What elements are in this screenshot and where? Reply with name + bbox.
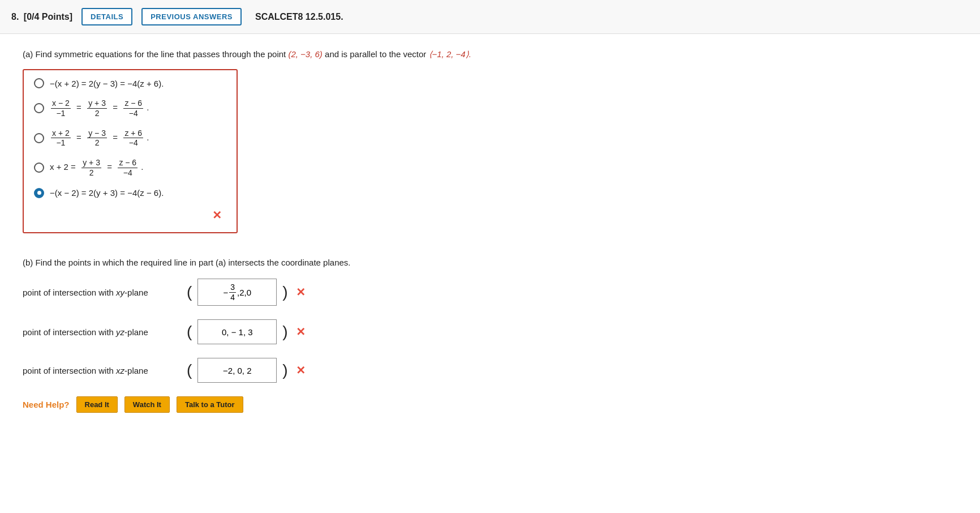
xy-plane-row: point of intersection with xy-plane ( −3… xyxy=(23,279,957,306)
question-number: 8. [0/4 Points] xyxy=(11,12,72,22)
xy-plane-label: point of intersection with xy-plane xyxy=(23,288,181,297)
need-help-label: Need Help? xyxy=(23,400,70,409)
xy-wrong-icon: ✕ xyxy=(296,285,306,299)
part-a-wrong-icon-row: ✕ xyxy=(34,208,226,222)
part-a-answer-box: −(x + 2) = 2(y − 3) = −4(z + 6). x − 2−1… xyxy=(23,69,238,233)
xy-plane-input[interactable]: −34,2,0 xyxy=(197,279,277,306)
open-paren-xz: ( xyxy=(187,362,192,378)
option-1[interactable]: −(x + 2) = 2(y − 3) = −4(z + 6). xyxy=(34,78,226,88)
question-body: (a) Find symmetric equations for the lin… xyxy=(0,34,980,430)
option-2-text: x − 2−1 = y + 32 = z − 6−4 . xyxy=(50,99,149,118)
radio-2[interactable] xyxy=(34,103,44,113)
yz-plane-row: point of intersection with yz-plane ( 0,… xyxy=(23,319,957,344)
close-paren-yz: ) xyxy=(282,324,287,340)
xz-plane-row: point of intersection with xz-plane ( −2… xyxy=(23,358,957,383)
radio-3[interactable] xyxy=(34,133,44,143)
page-container: 8. [0/4 Points] DETAILS PREVIOUS ANSWERS… xyxy=(0,0,980,513)
xz-plane-label: point of intersection with xz-plane xyxy=(23,366,181,375)
option-4-text: x + 2 = y + 32 = z − 6−4 . xyxy=(50,158,143,178)
part-a-point: (2, −3, 6) xyxy=(288,49,325,59)
open-paren-yz: ( xyxy=(187,324,192,340)
part-a: (a) Find symmetric equations for the lin… xyxy=(23,48,957,245)
yz-plane-label: point of intersection with yz-plane xyxy=(23,327,181,337)
close-paren-xz: ) xyxy=(282,362,287,378)
option-1-text: −(x + 2) = 2(y − 3) = −4(z + 6). xyxy=(50,79,164,88)
part-b: (b) Find the points in which the require… xyxy=(23,256,957,413)
question-header: 8. [0/4 Points] DETAILS PREVIOUS ANSWERS… xyxy=(0,0,980,34)
option-3-text: x + 2−1 = y − 32 = z + 6−4 . xyxy=(50,129,149,148)
watch-it-button[interactable]: Watch It xyxy=(124,396,170,413)
need-help-section: Need Help? Read It Watch It Talk to a Tu… xyxy=(23,396,957,413)
radio-4[interactable] xyxy=(34,163,44,173)
part-b-label: (b) Find the points in which the require… xyxy=(23,256,957,270)
part-a-label: (a) Find symmetric equations for the lin… xyxy=(23,48,957,61)
part-a-vector: ⟨−1, 2, −4⟩. xyxy=(429,49,471,59)
radio-5[interactable] xyxy=(34,188,44,198)
read-it-button[interactable]: Read It xyxy=(76,396,118,413)
talk-to-tutor-button[interactable]: Talk to a Tutor xyxy=(177,396,243,413)
option-3[interactable]: x + 2−1 = y − 32 = z + 6−4 . xyxy=(34,129,226,148)
question-id: SCALCET8 12.5.015. xyxy=(255,12,343,22)
yz-plane-input[interactable]: 0, − 1, 3 xyxy=(197,319,277,344)
q-points: [0/4 Points] xyxy=(24,12,72,22)
yz-wrong-icon: ✕ xyxy=(296,325,306,339)
option-5[interactable]: −(x − 2) = 2(y + 3) = −4(z − 6). xyxy=(34,188,226,198)
xz-plane-input[interactable]: −2, 0, 2 xyxy=(197,358,277,383)
previous-answers-button[interactable]: PREVIOUS ANSWERS xyxy=(141,8,242,25)
xz-wrong-icon: ✕ xyxy=(296,364,306,377)
q-num: 8. xyxy=(11,12,19,22)
details-button[interactable]: DETAILS xyxy=(81,8,132,25)
radio-1[interactable] xyxy=(34,78,44,88)
close-paren-xy: ) xyxy=(282,284,287,300)
part-a-wrong-icon: ✕ xyxy=(212,209,222,221)
open-paren-xy: ( xyxy=(187,284,192,300)
option-4[interactable]: x + 2 = y + 32 = z − 6−4 . xyxy=(34,158,226,178)
option-5-text: −(x − 2) = 2(y + 3) = −4(z − 6). xyxy=(50,188,164,198)
option-2[interactable]: x − 2−1 = y + 32 = z − 6−4 . xyxy=(34,99,226,118)
